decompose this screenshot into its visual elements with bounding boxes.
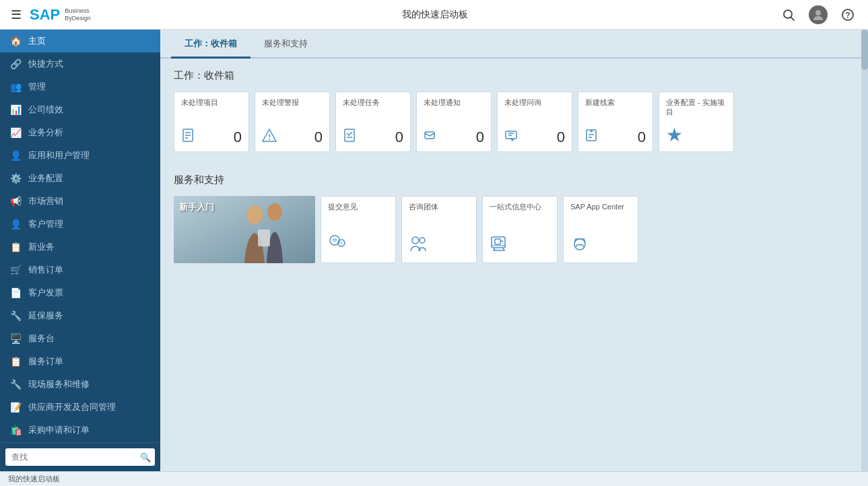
- card-icon: [409, 234, 428, 257]
- card-unprocessed-items[interactable]: 未处理项目 0: [174, 92, 249, 152]
- inbox-section-title: 工作：收件箱: [174, 69, 848, 82]
- sidebar-item-manage[interactable]: 👥管理: [0, 75, 160, 98]
- sidebar-label-sales-order: 销售订单: [28, 264, 63, 276]
- card-consult-team[interactable]: 咨询团体: [401, 196, 477, 263]
- sidebar-item-customer[interactable]: 👤客户管理: [0, 213, 160, 236]
- card-bottom: 0: [504, 128, 565, 146]
- card-label: 一站式信息中心: [490, 202, 541, 211]
- sap-logo-text: SAP: [30, 6, 60, 24]
- sidebar-search: 🔍: [0, 442, 160, 471]
- card-count: 0: [638, 129, 646, 146]
- header: ☰ SAP BusinessByDesign 我的快速启动板 ?: [0, 0, 868, 30]
- card-business-config[interactable]: 业务配置 - 实施项目 ★: [659, 92, 734, 152]
- inbox-cards-row: 未处理项目 0: [174, 92, 848, 152]
- sidebar-item-service-order[interactable]: 📋服务订单: [0, 350, 160, 373]
- card-label: 咨询团体: [409, 202, 438, 211]
- service-section: 服务和支持: [160, 163, 861, 274]
- sidebar-label-shortcuts: 快捷方式: [28, 58, 63, 70]
- menu-icon[interactable]: ☰: [11, 7, 22, 22]
- user-avatar[interactable]: [809, 5, 828, 24]
- sidebar-icon-supplier-contract: 📝: [9, 401, 22, 413]
- sidebar-item-purchase[interactable]: 🛍️采购申请和订单: [0, 419, 160, 442]
- card-icon: [343, 128, 358, 146]
- sidebar-item-home[interactable]: 🏠主页: [0, 30, 160, 53]
- sidebar-icon-manage: 👥: [9, 81, 22, 93]
- sidebar-icon-marketing: 📢: [9, 195, 22, 207]
- svg-point-31: [412, 237, 419, 244]
- card-icon: [570, 234, 589, 257]
- sidebar-label-service-desk: 服务台: [28, 333, 55, 345]
- card-label: 新手入门: [179, 201, 214, 213]
- card-label: SAP App Center: [570, 202, 624, 211]
- sidebar-icon-analysis: 📈: [9, 127, 22, 139]
- sidebar-item-config[interactable]: ⚙️业务配置: [0, 167, 160, 190]
- sidebar-icon-customer-invoice: 📄: [9, 287, 22, 299]
- sidebar-item-performance[interactable]: 📊公司绩效: [0, 98, 160, 121]
- sidebar-item-marketing[interactable]: 📢市场营销: [0, 190, 160, 213]
- card-feedback[interactable]: 提交意见: [321, 196, 396, 263]
- svg-point-2: [815, 10, 821, 15]
- card-unprocessed-tasks[interactable]: 未处理任务 0: [335, 92, 411, 152]
- card-bottom: 0: [343, 128, 403, 146]
- tabs: 工作：收件箱 服务和支持: [160, 30, 861, 59]
- card-info-center[interactable]: 一站式信息中心: [482, 196, 558, 263]
- sidebar-item-field-service[interactable]: 🔧现场服务和维修: [0, 373, 160, 396]
- sidebar-label-config: 业务配置: [28, 172, 63, 184]
- card-count: 0: [476, 129, 484, 146]
- card-icon: [181, 128, 196, 146]
- card-icon: [585, 128, 600, 146]
- bottom-bar: 我的快速启动板: [0, 471, 868, 486]
- tab-inbox[interactable]: 工作：收件箱: [171, 30, 251, 59]
- card-new-leads[interactable]: 新建线索 0: [578, 92, 653, 152]
- content-area: 工作：收件箱 服务和支持 工作：收件箱 未处理项目: [160, 30, 868, 471]
- svg-point-22: [246, 205, 263, 224]
- search-icon[interactable]: [779, 5, 798, 24]
- svg-rect-35: [495, 239, 500, 244]
- sidebar-nav: 🏠主页🔗快捷方式👥管理📊公司绩效📈业务分析👤应用和用户管理⚙️业务配置📢市场营销…: [0, 30, 160, 442]
- card-label: 未处理问询: [504, 98, 565, 107]
- sidebar-item-customer-invoice[interactable]: 📄客户发票: [0, 281, 160, 304]
- sidebar-label-field-service: 现场服务和维修: [28, 378, 90, 390]
- help-icon[interactable]: ?: [838, 5, 857, 24]
- card-sap-app-center[interactable]: SAP App Center: [563, 196, 638, 263]
- sidebar-icon-purchase: 🛍️: [9, 424, 22, 436]
- sidebar-label-purchase: 采购申请和订单: [28, 424, 90, 436]
- sidebar-item-sales-order[interactable]: 🛒销售订单: [0, 258, 160, 281]
- card-label: 新建线索: [585, 98, 646, 107]
- tab-service[interactable]: 服务和支持: [251, 30, 321, 59]
- card-label: 未处理警报: [262, 98, 323, 107]
- search-input[interactable]: [5, 448, 155, 466]
- sidebar-item-app-user[interactable]: 👤应用和用户管理: [0, 144, 160, 167]
- scrollbar-thumb[interactable]: [861, 30, 868, 70]
- card-newbie[interactable]: 新手入门: [174, 196, 315, 263]
- sidebar-item-service-desk[interactable]: 🖥️服务台: [0, 327, 160, 350]
- svg-point-23: [267, 203, 282, 221]
- card-icon: [490, 234, 508, 257]
- sidebar-item-supplier-contract[interactable]: 📝供应商开发及合同管理: [0, 396, 160, 419]
- sidebar-icon-shortcuts: 🔗: [9, 58, 22, 70]
- sap-logo: SAP BusinessByDesign: [30, 6, 91, 24]
- card-unprocessed-alerts[interactable]: 未处理警报 0: [255, 92, 330, 152]
- sidebar-item-analysis[interactable]: 📈业务分析: [0, 121, 160, 144]
- svg-point-32: [420, 238, 425, 243]
- card-unprocessed-queries[interactable]: 未处理问询 0: [497, 92, 572, 152]
- sidebar: 🏠主页🔗快捷方式👥管理📊公司绩效📈业务分析👤应用和用户管理⚙️业务配置📢市场营销…: [0, 30, 160, 471]
- page-title: 我的快速启动板: [91, 9, 779, 21]
- sidebar-label-warranty: 延保服务: [28, 310, 63, 322]
- svg-point-28: [340, 242, 343, 245]
- svg-point-36: [574, 239, 585, 250]
- card-unprocessed-notifications[interactable]: 未处理通知 0: [416, 92, 492, 152]
- sidebar-icon-service-desk: 🖥️: [9, 333, 22, 345]
- sidebar-icon-config: ⚙️: [9, 172, 22, 184]
- card-icon: [504, 128, 519, 146]
- sidebar-label-customer: 客户管理: [28, 218, 63, 230]
- sidebar-icon-service-order: 📋: [9, 355, 22, 368]
- scrollbar[interactable]: [861, 30, 868, 471]
- sidebar-item-new-biz[interactable]: 📋新业务: [0, 236, 160, 258]
- sidebar-icon-customer: 👤: [9, 218, 22, 230]
- sidebar-icon-performance: 📊: [9, 104, 22, 116]
- svg-rect-24: [258, 230, 270, 246]
- sidebar-item-warranty[interactable]: 🔧延保服务: [0, 304, 160, 327]
- sidebar-item-shortcuts[interactable]: 🔗快捷方式: [0, 53, 160, 75]
- sidebar-label-supplier-contract: 供应商开发及合同管理: [28, 401, 116, 413]
